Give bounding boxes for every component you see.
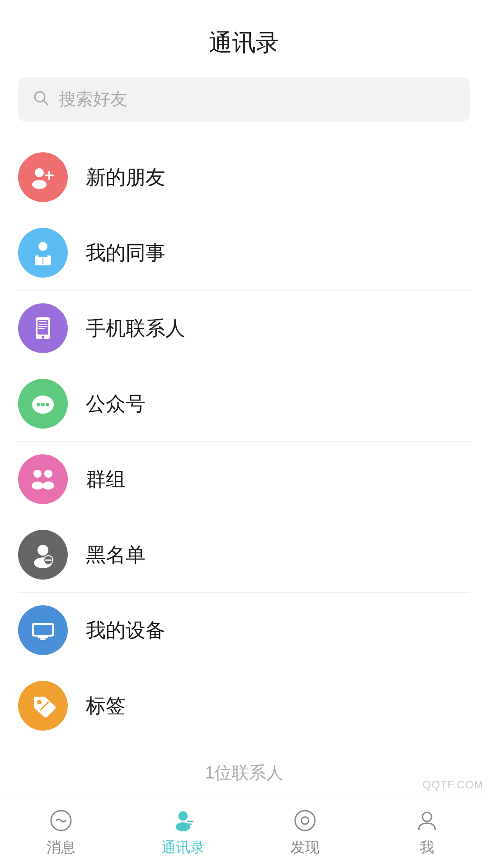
menu-list: 新的朋友 我的同事 手机联系人 公众号 群组: [0, 140, 488, 743]
svg-rect-13: [39, 321, 47, 322]
tags-icon: [18, 681, 68, 731]
menu-item-new-friends[interactable]: 新的朋友: [18, 140, 470, 215]
nav-messages-label: 消息: [47, 838, 75, 858]
svg-point-23: [32, 481, 43, 490]
search-bar[interactable]: 搜索好友: [18, 77, 470, 122]
search-icon: [33, 90, 50, 109]
menu-item-phone-contacts[interactable]: 手机联系人: [18, 291, 470, 366]
my-devices-icon: [18, 605, 68, 655]
nav-me-icon: [413, 807, 441, 834]
menu-item-my-colleagues[interactable]: 我的同事: [18, 215, 470, 291]
search-placeholder: 搜索好友: [59, 88, 127, 111]
nav-item-contacts[interactable]: 通讯录: [122, 807, 244, 858]
svg-point-25: [38, 545, 48, 556]
svg-point-35: [178, 811, 188, 821]
watermark: QQTF.COM: [422, 778, 483, 791]
svg-point-6: [38, 242, 47, 251]
phone-contacts-label: 手机联系人: [86, 315, 185, 342]
nav-item-discover[interactable]: 发现: [244, 807, 366, 858]
menu-item-blacklist[interactable]: 黑名单: [18, 517, 470, 593]
nav-contacts-label: 通讯录: [161, 838, 205, 858]
groups-icon: [18, 454, 68, 504]
svg-point-18: [37, 403, 40, 406]
public-accounts-icon: [18, 379, 68, 429]
svg-rect-31: [38, 637, 48, 638]
svg-point-24: [42, 481, 54, 490]
svg-point-40: [301, 817, 309, 824]
svg-point-39: [295, 811, 315, 830]
menu-item-tags[interactable]: 标签: [18, 668, 470, 743]
my-devices-label: 我的设备: [86, 617, 165, 644]
new-friends-icon: [18, 152, 68, 202]
svg-point-19: [41, 403, 45, 406]
blacklist-label: 黑名单: [86, 542, 145, 568]
svg-rect-30: [34, 625, 52, 635]
svg-rect-32: [40, 638, 46, 640]
svg-rect-16: [38, 328, 45, 329]
svg-line-1: [43, 100, 48, 105]
my-colleagues-icon: [18, 228, 68, 278]
bottom-nav: 消息 通讯录 发现 我: [0, 796, 488, 868]
nav-discover-label: 发现: [291, 838, 319, 858]
menu-item-my-devices[interactable]: 我的设备: [18, 593, 470, 668]
tags-label: 标签: [86, 693, 126, 719]
blacklist-icon: [18, 530, 68, 580]
svg-rect-15: [38, 326, 47, 327]
svg-point-20: [46, 403, 49, 406]
groups-label: 群组: [86, 466, 126, 493]
svg-point-2: [35, 168, 44, 177]
phone-contacts-icon: [18, 303, 68, 353]
nav-discover-icon: [291, 807, 319, 834]
svg-point-33: [37, 700, 42, 704]
svg-point-41: [422, 812, 432, 821]
new-friends-label: 新的朋友: [86, 164, 165, 191]
svg-point-21: [33, 470, 42, 478]
nav-me-label: 我: [420, 838, 434, 858]
menu-item-public-accounts[interactable]: 公众号: [18, 366, 470, 442]
nav-item-messages[interactable]: 消息: [0, 807, 122, 858]
menu-item-groups[interactable]: 群组: [18, 442, 470, 517]
nav-item-me[interactable]: 我: [366, 807, 488, 858]
svg-point-3: [32, 180, 47, 189]
my-colleagues-label: 我的同事: [86, 240, 165, 266]
contact-count: 1位联系人: [0, 743, 488, 802]
page-title: 通讯录: [0, 0, 488, 77]
svg-rect-8: [38, 254, 47, 257]
search-bar-container: 搜索好友: [18, 77, 470, 122]
svg-rect-14: [38, 324, 47, 325]
public-accounts-label: 公众号: [86, 391, 145, 417]
nav-contacts-icon: [169, 807, 197, 834]
svg-point-12: [42, 336, 44, 339]
svg-point-22: [44, 470, 52, 478]
nav-messages-icon: [47, 807, 75, 834]
